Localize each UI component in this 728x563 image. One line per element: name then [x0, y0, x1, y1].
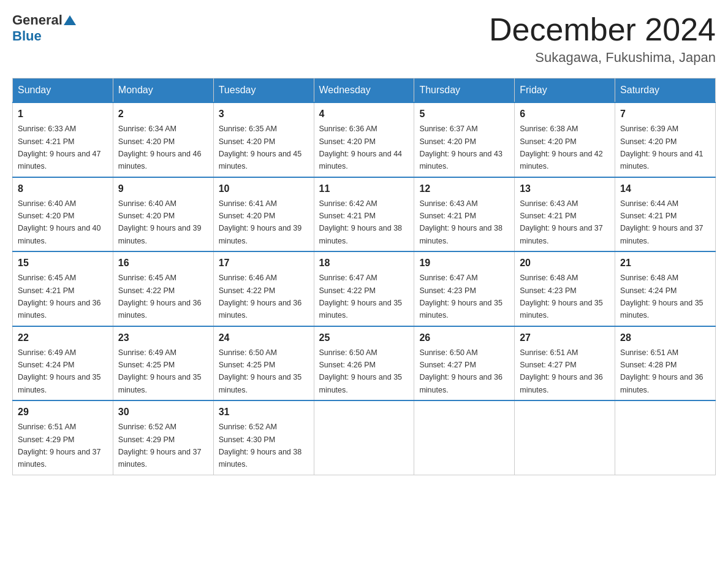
day-number: 29	[18, 405, 108, 419]
day-info: Sunrise: 6:50 AMSunset: 4:26 PMDaylight:…	[319, 348, 403, 394]
day-number: 7	[620, 107, 710, 121]
day-info: Sunrise: 6:43 AMSunset: 4:21 PMDaylight:…	[520, 199, 603, 245]
calendar-cell: 27 Sunrise: 6:51 AMSunset: 4:27 PMDaylig…	[515, 326, 615, 401]
week-row-1: 1 Sunrise: 6:33 AMSunset: 4:21 PMDayligh…	[13, 102, 716, 177]
calendar-cell: 26 Sunrise: 6:50 AMSunset: 4:27 PMDaylig…	[414, 326, 515, 401]
day-number: 25	[319, 331, 409, 345]
day-number: 2	[118, 107, 208, 121]
day-number: 16	[118, 256, 208, 270]
calendar-cell: 14 Sunrise: 6:44 AMSunset: 4:21 PMDaylig…	[615, 177, 716, 252]
day-number: 22	[18, 331, 108, 345]
day-info: Sunrise: 6:45 AMSunset: 4:22 PMDaylight:…	[118, 274, 202, 320]
week-row-3: 15 Sunrise: 6:45 AMSunset: 4:21 PMDaylig…	[13, 251, 716, 326]
calendar-cell: 15 Sunrise: 6:45 AMSunset: 4:21 PMDaylig…	[13, 251, 113, 326]
day-number: 31	[219, 405, 309, 419]
calendar-cell: 22 Sunrise: 6:49 AMSunset: 4:24 PMDaylig…	[13, 326, 113, 401]
calendar-cell	[414, 400, 515, 475]
day-number: 24	[219, 331, 309, 345]
weekday-header-friday: Friday	[515, 79, 615, 103]
day-number: 6	[520, 107, 610, 121]
day-info: Sunrise: 6:51 AMSunset: 4:28 PMDaylight:…	[620, 348, 703, 394]
day-info: Sunrise: 6:44 AMSunset: 4:21 PMDaylight:…	[620, 199, 703, 245]
calendar-cell: 11 Sunrise: 6:42 AMSunset: 4:21 PMDaylig…	[314, 177, 414, 252]
calendar-cell: 10 Sunrise: 6:41 AMSunset: 4:20 PMDaylig…	[213, 177, 314, 252]
month-title: December 2024	[489, 12, 716, 47]
day-number: 23	[118, 331, 208, 345]
day-info: Sunrise: 6:50 AMSunset: 4:25 PMDaylight:…	[219, 348, 302, 394]
calendar-cell: 23 Sunrise: 6:49 AMSunset: 4:25 PMDaylig…	[113, 326, 213, 401]
weekday-header-row: SundayMondayTuesdayWednesdayThursdayFrid…	[13, 79, 716, 103]
day-number: 8	[18, 182, 108, 196]
day-number: 3	[219, 107, 309, 121]
weekday-header-thursday: Thursday	[414, 79, 515, 103]
day-info: Sunrise: 6:38 AMSunset: 4:20 PMDaylight:…	[520, 124, 603, 170]
calendar-cell: 30 Sunrise: 6:52 AMSunset: 4:29 PMDaylig…	[113, 400, 213, 475]
calendar-cell: 9 Sunrise: 6:40 AMSunset: 4:20 PMDayligh…	[113, 177, 213, 252]
weekday-header-monday: Monday	[113, 79, 213, 103]
day-number: 26	[419, 331, 509, 345]
day-info: Sunrise: 6:47 AMSunset: 4:23 PMDaylight:…	[419, 274, 502, 320]
day-info: Sunrise: 6:37 AMSunset: 4:20 PMDaylight:…	[419, 124, 502, 170]
calendar-cell: 3 Sunrise: 6:35 AMSunset: 4:20 PMDayligh…	[213, 102, 314, 177]
day-number: 10	[219, 182, 309, 196]
day-number: 28	[620, 331, 710, 345]
calendar-cell: 31 Sunrise: 6:52 AMSunset: 4:30 PMDaylig…	[213, 400, 314, 475]
day-number: 15	[18, 256, 108, 270]
calendar-table: SundayMondayTuesdayWednesdayThursdayFrid…	[12, 78, 716, 475]
calendar-cell: 25 Sunrise: 6:50 AMSunset: 4:26 PMDaylig…	[314, 326, 414, 401]
calendar-cell: 21 Sunrise: 6:48 AMSunset: 4:24 PMDaylig…	[615, 251, 716, 326]
day-number: 21	[620, 256, 710, 270]
day-info: Sunrise: 6:34 AMSunset: 4:20 PMDaylight:…	[118, 124, 202, 170]
day-info: Sunrise: 6:40 AMSunset: 4:20 PMDaylight:…	[18, 199, 101, 245]
day-info: Sunrise: 6:51 AMSunset: 4:29 PMDaylight:…	[18, 423, 101, 469]
day-info: Sunrise: 6:46 AMSunset: 4:22 PMDaylight:…	[219, 274, 302, 320]
day-info: Sunrise: 6:33 AMSunset: 4:21 PMDaylight:…	[18, 124, 101, 170]
day-number: 17	[219, 256, 309, 270]
title-section: December 2024 Sukagawa, Fukushima, Japan	[489, 12, 716, 66]
calendar-cell: 18 Sunrise: 6:47 AMSunset: 4:22 PMDaylig…	[314, 251, 414, 326]
day-number: 5	[419, 107, 509, 121]
day-info: Sunrise: 6:52 AMSunset: 4:30 PMDaylight:…	[219, 423, 302, 469]
day-number: 1	[18, 107, 108, 121]
day-info: Sunrise: 6:49 AMSunset: 4:25 PMDaylight:…	[118, 348, 202, 394]
calendar-cell: 6 Sunrise: 6:38 AMSunset: 4:20 PMDayligh…	[515, 102, 615, 177]
day-number: 12	[419, 182, 509, 196]
calendar-cell	[615, 400, 716, 475]
day-info: Sunrise: 6:50 AMSunset: 4:27 PMDaylight:…	[419, 348, 502, 394]
day-info: Sunrise: 6:36 AMSunset: 4:20 PMDaylight:…	[319, 124, 403, 170]
day-number: 9	[118, 182, 208, 196]
day-number: 30	[118, 405, 208, 419]
day-info: Sunrise: 6:51 AMSunset: 4:27 PMDaylight:…	[520, 348, 603, 394]
day-number: 14	[620, 182, 710, 196]
calendar-cell: 7 Sunrise: 6:39 AMSunset: 4:20 PMDayligh…	[615, 102, 716, 177]
calendar-cell: 12 Sunrise: 6:43 AMSunset: 4:21 PMDaylig…	[414, 177, 515, 252]
week-row-5: 29 Sunrise: 6:51 AMSunset: 4:29 PMDaylig…	[13, 400, 716, 475]
calendar-cell: 29 Sunrise: 6:51 AMSunset: 4:29 PMDaylig…	[13, 400, 113, 475]
day-info: Sunrise: 6:48 AMSunset: 4:23 PMDaylight:…	[520, 274, 603, 320]
day-info: Sunrise: 6:48 AMSunset: 4:24 PMDaylight:…	[620, 274, 703, 320]
day-info: Sunrise: 6:43 AMSunset: 4:21 PMDaylight:…	[419, 199, 502, 245]
day-number: 4	[319, 107, 409, 121]
day-number: 11	[319, 182, 409, 196]
calendar-cell: 5 Sunrise: 6:37 AMSunset: 4:20 PMDayligh…	[414, 102, 515, 177]
weekday-header-saturday: Saturday	[615, 79, 716, 103]
week-row-2: 8 Sunrise: 6:40 AMSunset: 4:20 PMDayligh…	[13, 177, 716, 252]
day-number: 13	[520, 182, 610, 196]
logo-blue-text: Blue	[12, 28, 42, 44]
page-header: General Blue December 2024 Sukagawa, Fuk…	[12, 12, 716, 66]
calendar-cell	[314, 400, 414, 475]
day-number: 20	[520, 256, 610, 270]
logo-triangle-icon	[64, 15, 76, 25]
location-subtitle: Sukagawa, Fukushima, Japan	[489, 50, 716, 66]
day-info: Sunrise: 6:41 AMSunset: 4:20 PMDaylight:…	[219, 199, 302, 245]
day-number: 19	[419, 256, 509, 270]
weekday-header-sunday: Sunday	[13, 79, 113, 103]
calendar-cell: 19 Sunrise: 6:47 AMSunset: 4:23 PMDaylig…	[414, 251, 515, 326]
day-info: Sunrise: 6:47 AMSunset: 4:22 PMDaylight:…	[319, 274, 403, 320]
logo: General Blue	[12, 12, 77, 44]
day-info: Sunrise: 6:49 AMSunset: 4:24 PMDaylight:…	[18, 348, 101, 394]
week-row-4: 22 Sunrise: 6:49 AMSunset: 4:24 PMDaylig…	[13, 326, 716, 401]
calendar-cell: 17 Sunrise: 6:46 AMSunset: 4:22 PMDaylig…	[213, 251, 314, 326]
day-number: 27	[520, 331, 610, 345]
calendar-cell: 16 Sunrise: 6:45 AMSunset: 4:22 PMDaylig…	[113, 251, 213, 326]
